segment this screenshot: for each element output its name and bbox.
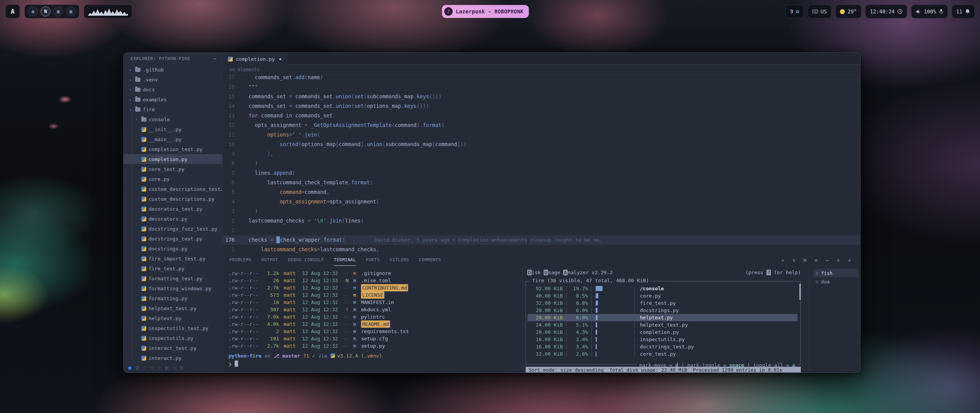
panel-tab-gitlens[interactable]: GITLENS [390, 254, 409, 266]
tab-completion-py[interactable]: completion.py ● [222, 53, 287, 65]
close-panel-icon[interactable]: ✕ [846, 257, 853, 263]
tree-item-__init__.py[interactable]: __init__.py [124, 124, 222, 134]
workspace-button-3[interactable]: ▦ [53, 7, 63, 16]
dua-row[interactable]: 24.00 KiB│5.1%││helptext_test.py [528, 321, 797, 328]
terminal-shell-pane[interactable]: .rw-r--r--1.2kmatt12 Aug 12:32--▤.gitign… [229, 270, 519, 368]
tree-item-core.py[interactable]: core.py [124, 174, 222, 184]
dua-row[interactable]: 28.00 KiB│6.0%││helptext.py [528, 314, 797, 321]
tree-item-completion_test.py[interactable]: completion_test.py [124, 144, 222, 154]
code-token: format [323, 237, 342, 243]
bar-fill [596, 301, 598, 306]
maximize-panel-icon[interactable]: ∧ [835, 257, 842, 263]
new-terminal-icon[interactable]: + [779, 257, 787, 263]
panel-tab-terminal[interactable]: TERMINAL [334, 254, 356, 266]
git-status-char: - [343, 278, 346, 283]
tree-item-__main__.py[interactable]: __main__.py [124, 134, 222, 144]
dua-row[interactable]: 40.00 KiB│8.5%││core.py [528, 292, 797, 299]
tree-item-docstrings_test.py[interactable]: docstrings_test.py [124, 234, 222, 244]
tree-item-interact_test.py[interactable]: interact_test.py [124, 343, 222, 353]
panel-tab-comments[interactable]: COMMENTS [419, 254, 441, 266]
terminal-instance-fish[interactable]: ⊡fish [813, 269, 859, 277]
tree-item-interact.py[interactable]: interact.py [124, 353, 222, 363]
entry-bar [596, 322, 631, 327]
dua-row[interactable]: 20.00 KiB│4.3%││completion.py [528, 328, 797, 336]
tree-item-formatting_test.py[interactable]: formatting_test.py [124, 273, 222, 283]
tree-item-decorators_test.py[interactable]: decorators_test.py [124, 204, 222, 214]
panel-tab-ports[interactable]: PORTS [366, 254, 380, 266]
file-owner: matt [284, 328, 302, 335]
modified-dot-icon[interactable]: ● [279, 57, 281, 61]
terminal-profile-dropdown-icon[interactable]: ∨ [790, 257, 798, 263]
panel-tab-problems[interactable]: PROBLEMS [229, 254, 252, 266]
tree-item-formatting.py[interactable]: formatting.py [124, 293, 222, 303]
terminal-instance-dua[interactable]: ⊡dua [813, 277, 859, 286]
media-player-widget[interactable]: ♪ Lazerpunk - ROBOPHONK [442, 5, 529, 18]
tree-item-decorators.py[interactable]: decorators.py [124, 214, 222, 224]
line-number: 1 [222, 245, 242, 254]
dua-row[interactable]: 32.00 KiB│6.8%││fire_test.py [528, 299, 797, 307]
account-icon[interactable]: ● [128, 364, 131, 371]
explorer-icon[interactable]: ▤ [136, 365, 139, 370]
code-editor[interactable]: 17 commands_set.add(name)16 """15 comman… [222, 75, 860, 254]
tree-item-core_test.py[interactable]: core_test.py [124, 164, 222, 174]
keyboard-layout-widget[interactable]: US [808, 5, 831, 18]
entry-name: inspectutils.py [638, 336, 684, 343]
listing-row: .rw-r--r--4.0kmatt12 Aug 12:32--▤README.… [229, 320, 519, 328]
tree-item-helptext_test.py[interactable]: helptext_test.py [124, 303, 222, 313]
tree-item-fire_import_test.py[interactable]: fire_import_test.py [124, 254, 222, 263]
workspace-button-1[interactable]: ◉ [28, 7, 38, 16]
notifications-widget[interactable]: 11 [952, 5, 975, 18]
dua-row[interactable]: 12.00 KiB│2.6%││core_test.py [528, 350, 797, 358]
extensions-icon[interactable]: ◧ [165, 365, 168, 370]
more-actions-icon[interactable]: ⋯ [213, 56, 217, 62]
tree-item-custom_descriptions.py[interactable]: custom_descriptions.py [124, 194, 222, 204]
workspace-button-2[interactable]: N [41, 7, 51, 16]
waveform-icon [88, 7, 128, 16]
terminal-icon[interactable]: ▭ [173, 365, 176, 370]
tree-item-helptext.py[interactable]: helptext.py [124, 313, 222, 323]
breadcrumb[interactable]: no elements [222, 65, 860, 75]
tree-item-completion.py[interactable]: completion.py [124, 154, 222, 164]
tree-item-custom_descriptions_test[interactable]: custom_descriptions_test… [124, 184, 222, 194]
volume-widget[interactable]: 100% [911, 5, 948, 18]
panel-tab-output[interactable]: OUTPUT [261, 254, 278, 266]
listing-row: .rw-r--r--191matt12 Aug 12:32--▤setup.cf… [229, 335, 519, 342]
settings-icon[interactable]: ⚙ [180, 365, 183, 370]
tree-item-docstrings.py[interactable]: docstrings.py [124, 244, 222, 254]
python-file-icon [141, 147, 146, 152]
kill-terminal-icon[interactable]: ⊘ [812, 257, 820, 263]
weather-widget[interactable]: 29° [835, 5, 861, 18]
system-graph-widget[interactable] [84, 5, 132, 18]
run-debug-icon[interactable]: ▷ [158, 365, 161, 370]
tree-item-console[interactable]: ▸console [124, 114, 222, 124]
tree-item-examples[interactable]: ▸examples [124, 94, 222, 104]
panel-tab-debug-console[interactable]: DEBUG CONSOLE [288, 254, 324, 266]
tree-item-docs[interactable]: ▸docs [124, 85, 222, 94]
tree-item-.github[interactable]: ▸.github [124, 65, 222, 75]
search-icon[interactable]: ◌ [144, 365, 146, 370]
tree-item-docstrings_fuzz_test.py[interactable]: docstrings_fuzz_test.py [124, 224, 222, 234]
dua-row[interactable]: 28.00 KiB│6.0%││docstrings.py [528, 307, 797, 314]
tree-item-fire[interactable]: ▾fire [124, 104, 222, 114]
dua-row[interactable]: 16.00 KiB│3.4%││docstrings_test.py [528, 343, 797, 350]
launcher-button[interactable]: A [5, 5, 20, 18]
dua-row[interactable]: 16.00 KiB│3.4%││inspectutils.py [528, 336, 797, 343]
dua-row[interactable]: 92.00 KiB│19.7%││/console [528, 285, 797, 292]
tree-item-formatting_windows.py[interactable]: formatting_windows.py [124, 283, 222, 293]
more-actions-icon[interactable]: ⋯ [823, 257, 831, 263]
tree-item-fire_test.py[interactable]: fire_test.py [124, 263, 222, 273]
scrollbar-thumb[interactable] [799, 284, 801, 300]
tree-item-inspectutils_test.py[interactable]: inspectutils_test.py [124, 323, 222, 333]
python-file-icon [141, 246, 146, 251]
source-control-icon[interactable]: ⊝ [151, 365, 154, 370]
entry-bar [596, 330, 631, 335]
dua-entry-list: 92.00 KiB│19.7%││/console40.00 KiB│8.5%│… [528, 285, 797, 358]
separator: │ [631, 343, 639, 350]
updates-widget[interactable]: 9 ⚙ [786, 5, 804, 18]
clock-widget[interactable]: 12:40:24 [865, 5, 907, 18]
tree-item-inspectutils.py[interactable]: inspectutils.py [124, 333, 222, 343]
split-terminal-icon[interactable]: ⊞ [801, 257, 809, 263]
disk-usage-analyzer-pane[interactable]: Disk Usage Analyzer v2.29.2 (press ? for… [526, 266, 802, 373]
tree-item-.venv[interactable]: ▸.venv [124, 75, 222, 85]
workspace-button-4[interactable]: ▩ [66, 7, 76, 16]
